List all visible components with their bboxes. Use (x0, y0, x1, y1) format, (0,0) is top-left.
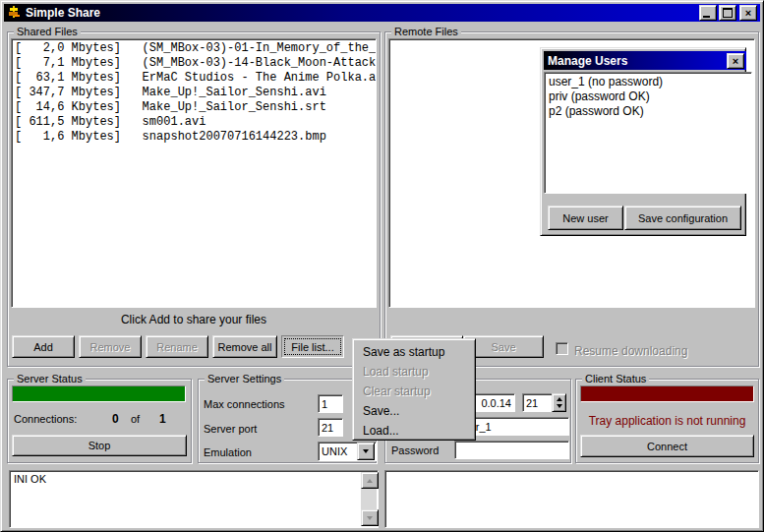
emulation-value: UNIX (319, 445, 357, 457)
rename-button[interactable]: Rename (146, 335, 208, 358)
server-port-input[interactable] (318, 418, 343, 437)
remote-files-caption: Remote Files (391, 26, 461, 38)
list-item[interactable]: priv (password OK) (549, 89, 747, 104)
menu-item-load-startup[interactable]: Load startup (353, 362, 475, 382)
shared-files-hint: Click Add to share your files (7, 313, 381, 326)
connections-of-label: of (131, 413, 140, 425)
menu-item-save[interactable]: Save... (353, 401, 475, 421)
scroll-down-icon[interactable] (361, 509, 379, 526)
save-configuration-button[interactable]: Save configuration (624, 206, 741, 230)
chevron-down-icon[interactable] (357, 443, 375, 460)
app-window: Simple Share × Shared Files [ 2,0 Mbytes… (0, 0, 764, 532)
resume-downloading-checkbox[interactable] (556, 342, 568, 355)
new-user-button[interactable]: New user (548, 206, 623, 230)
manage-users-dialog: Manage Users × user_1 (no password) priv… (540, 47, 746, 236)
connections-current: 0 (112, 412, 119, 426)
client-log (384, 470, 759, 528)
max-connections-input[interactable] (318, 394, 343, 413)
users-list[interactable]: user_1 (no password) priv (password OK) … (544, 72, 752, 194)
client-port-input[interactable] (522, 393, 553, 412)
window-title: Simple Share (26, 6, 100, 20)
dialog-close-icon[interactable]: × (727, 53, 744, 69)
client-status-bar (580, 385, 754, 402)
manage-users-title: Manage Users (548, 54, 627, 68)
connections-label: Connections: (14, 413, 77, 425)
resume-downloading-label: Resume downloading (574, 344, 687, 358)
maximize-icon[interactable] (719, 5, 736, 21)
list-item[interactable]: user_1 (no password) (549, 75, 747, 89)
server-status-caption: Server Status (14, 373, 86, 385)
app-icon (7, 6, 22, 20)
remove-all-button[interactable]: Remove all (212, 335, 277, 358)
server-log-text: INI OK (10, 471, 378, 487)
emulation-combobox[interactable]: UNIX (318, 442, 377, 461)
connections-max: 1 (159, 412, 166, 426)
manage-users-title-bar[interactable]: Manage Users × (544, 51, 746, 70)
client-status-message: Tray application is not running (575, 414, 759, 428)
menu-item-load[interactable]: Load... (353, 421, 475, 441)
stop-button[interactable]: Stop (12, 435, 187, 456)
file-list-menu: Save as startup Load startup Clear start… (352, 338, 476, 441)
server-status-bar (12, 385, 186, 402)
password-label: Password (391, 444, 439, 456)
server-log-scrollbar[interactable] (361, 472, 377, 526)
list-item[interactable]: [ 347,7 Mbytes] Make_Up!_Sailor_Senshi.a… (15, 86, 373, 100)
shared-files-caption: Shared Files (14, 26, 81, 38)
list-item[interactable]: [ 1,6 Mbytes] snapshot20070716144223.bmp (15, 130, 373, 145)
password-input[interactable] (454, 441, 569, 459)
emulation-label: Emulation (204, 446, 252, 458)
list-item[interactable]: [ 611,5 Mbytes] sm001.avi (15, 115, 373, 130)
scroll-up-icon[interactable] (361, 472, 379, 489)
close-icon[interactable]: × (739, 5, 757, 21)
minimize-icon[interactable] (699, 5, 717, 21)
port-stepper[interactable] (552, 393, 566, 412)
list-item[interactable]: [ 14,6 Kbytes] Make_Up!_Sailor_Senshi.sr… (15, 100, 373, 115)
list-item[interactable]: [ 7,1 Mbytes] (SM_MBox-03)-14-Black_Moon… (15, 56, 373, 71)
server-log: INI OK (9, 470, 379, 528)
server-settings-caption: Server Settings (205, 373, 284, 385)
remove-button[interactable]: Remove (79, 335, 142, 358)
connect-button[interactable]: Connect (580, 435, 754, 457)
spin-up-icon[interactable] (557, 397, 562, 401)
add-button[interactable]: Add (12, 335, 75, 358)
title-bar[interactable]: Simple Share × (4, 4, 760, 22)
shared-files-list[interactable]: [ 2,0 Mbytes] (SM_MBox-03)-01-In_Memory_… (11, 38, 377, 308)
file-list-button[interactable]: File list... (281, 335, 344, 358)
list-item[interactable]: [ 2,0 Mbytes] (SM_MBox-03)-01-In_Memory_… (15, 41, 373, 56)
list-item[interactable]: [ 63,1 Mbytes] ErMaC Studios - The Anime… (15, 71, 373, 86)
menu-item-save-as-startup[interactable]: Save as startup (353, 342, 475, 362)
spin-down-icon[interactable] (557, 404, 562, 408)
server-port-label: Server port (204, 423, 257, 435)
menu-item-clear-startup[interactable]: Clear startup (353, 382, 475, 401)
list-item[interactable]: p2 (password OK) (549, 104, 747, 119)
client-status-caption: Client Status (582, 373, 649, 385)
max-connections-label: Max connections (204, 398, 285, 410)
